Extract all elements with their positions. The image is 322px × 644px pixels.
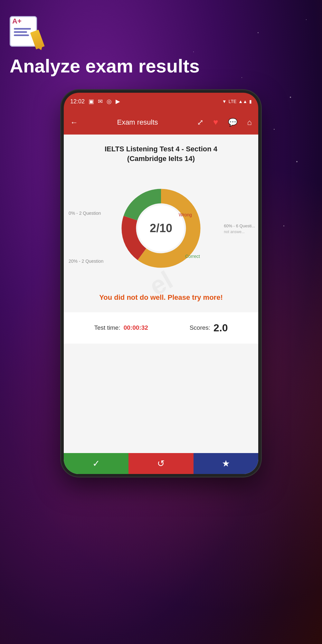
favorite-button[interactable]: ♥ (212, 116, 220, 129)
status-square-icon: ▣ (89, 98, 94, 105)
status-network: LTE (229, 99, 237, 104)
star-icon: ★ (222, 458, 230, 469)
test-title: IELTS Listening Test 4 - Section 4 (Camb… (64, 135, 258, 171)
action-button-green[interactable]: ✓ (64, 453, 128, 474)
status-battery-icon: ▮ (249, 99, 252, 104)
chart-label-wrong: Wrong (179, 212, 192, 217)
chart-center-score: 2/10 (150, 222, 172, 235)
test-time-value: 00:00:32 (124, 324, 148, 331)
action-button-red[interactable]: ↺ (128, 453, 193, 474)
phone-mockup: 12:02 ▣ ✉ ◎ ▶ ▼ LTE ▲▲ ▮ ← Exam results … (10, 90, 312, 477)
page-headline: Analyze exam results (10, 55, 312, 77)
status-circle-icon: ◎ (107, 98, 112, 105)
motivation-text: You did not do well. Please try more! (64, 286, 258, 309)
status-time: 12:02 (70, 98, 85, 105)
scores-label: Scores: (190, 324, 210, 331)
screen-content: el IELTS Listening Test 4 - Section 4 (C… (64, 135, 258, 474)
phone-side-button (260, 157, 261, 183)
donut-chart: 2/10 Wrong Correct (116, 183, 206, 273)
test-time-label: Test time: (94, 324, 120, 331)
status-play-icon: ▶ (116, 98, 120, 105)
action-button-blue[interactable]: ★ (194, 453, 258, 474)
status-bar: 12:02 ▣ ✉ ◎ ▶ ▼ LTE ▲▲ ▮ (64, 93, 258, 110)
chart-label-not-answered: 60% - 6 Questi... not answe... (224, 223, 255, 234)
icon-grade-label: A+ (12, 17, 22, 25)
results-chart: 0% - 2 Question 20% - 2 Question (64, 174, 258, 283)
app-bar: ← Exam results ⤢ ♥ 💬 ⌂ (64, 110, 258, 135)
chart-label-wrong-percent: 0% - 2 Question (69, 211, 101, 216)
stats-row: Test time: 00:00:32 Scores: 2.0 (64, 312, 258, 344)
chat-button[interactable]: 💬 (226, 116, 239, 128)
share-button[interactable]: ⤢ (195, 116, 205, 128)
status-signal-icon: ▲▲ (238, 99, 247, 104)
app-bar-title: Exam results (86, 118, 189, 127)
status-mail-icon: ✉ (98, 98, 103, 105)
scores-stat: Scores: 2.0 (190, 322, 228, 334)
retry-icon: ↺ (157, 458, 165, 469)
back-button[interactable]: ← (69, 116, 80, 128)
app-icon: A+ (10, 13, 42, 48)
check-icon: ✓ (92, 458, 100, 469)
scores-value: 2.0 (213, 322, 228, 334)
test-time-stat: Test time: 00:00:32 (94, 324, 148, 331)
chart-label-correct: Correct (185, 254, 200, 259)
home-button[interactable]: ⌂ (246, 116, 254, 128)
status-wifi-icon: ▼ (222, 99, 227, 104)
bottom-action-buttons: ✓ ↺ ★ (64, 453, 258, 474)
chart-label-correct-percent: 20% - 2 Question (69, 259, 103, 264)
